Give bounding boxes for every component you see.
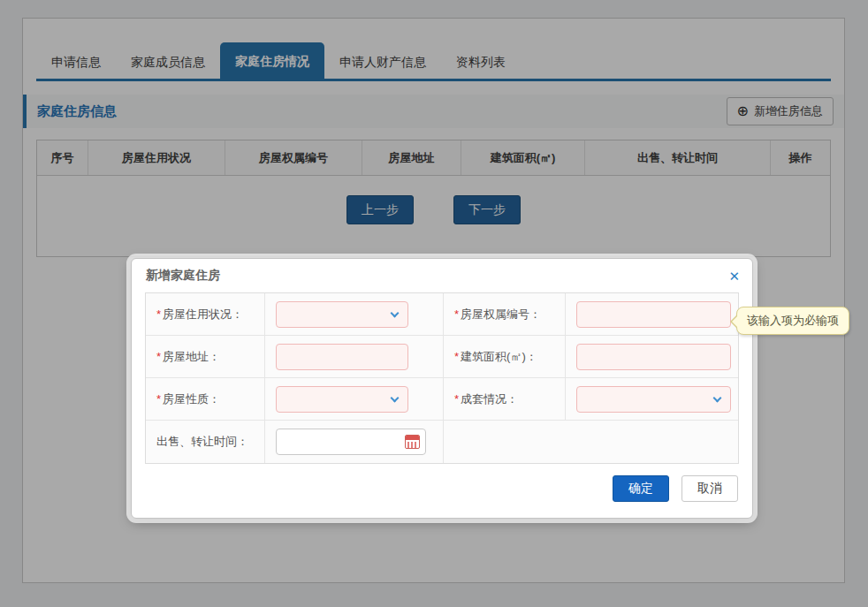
required-mark: * — [156, 392, 161, 406]
property-type-select[interactable] — [276, 386, 408, 413]
empty-cell — [444, 421, 738, 463]
confirm-button[interactable]: 确定 — [613, 475, 669, 502]
address-label: * 房屋地址： — [146, 336, 265, 377]
usage-status-label: * 房屋住用状况： — [146, 293, 265, 335]
sale-transfer-time-label: 出售、转让时间： — [146, 421, 265, 463]
required-mark: * — [454, 307, 459, 321]
modal-header: 新增家庭住房 ✕ — [132, 259, 752, 292]
form-row-3: * 房屋性质： * 成套情况： — [146, 378, 738, 421]
complete-set-label: * 成套情况： — [444, 378, 566, 420]
usage-status-select[interactable] — [276, 301, 408, 328]
chevron-down-icon — [713, 393, 722, 402]
building-area-input[interactable] — [576, 344, 731, 370]
cancel-button[interactable]: 取消 — [681, 475, 738, 502]
chevron-down-icon — [391, 393, 400, 402]
form-row-2: * 房屋地址： * 建筑面积(㎡)： — [146, 336, 738, 378]
ownership-number-label: * 房屋权属编号： — [444, 293, 566, 335]
property-type-label: * 房屋性质： — [146, 378, 265, 420]
housing-form: * 房屋住用状况： * 房屋权属编号： * 房屋地址： — [145, 292, 739, 464]
add-housing-modal: 新增家庭住房 ✕ * 房屋住用状况： * 房屋权属编号： — [131, 258, 753, 519]
chevron-down-icon — [391, 308, 400, 317]
modal-title: 新增家庭住房 — [146, 268, 220, 284]
close-icon[interactable]: ✕ — [728, 269, 740, 283]
form-row-1: * 房屋住用状况： * 房屋权属编号： — [146, 293, 738, 336]
building-area-label: * 建筑面积(㎡)： — [444, 336, 566, 377]
calendar-icon[interactable] — [405, 435, 420, 449]
required-mark: * — [454, 392, 459, 406]
ownership-number-input[interactable] — [576, 301, 731, 328]
required-field-tooltip: 该输入项为必输项 — [736, 307, 849, 335]
required-mark: * — [156, 307, 161, 321]
required-mark: * — [454, 350, 459, 363]
modal-footer: 确定 取消 — [132, 475, 738, 502]
form-row-4: 出售、转让时间： — [146, 421, 738, 463]
sale-transfer-time-input[interactable] — [276, 429, 426, 455]
required-mark: * — [156, 350, 161, 363]
complete-set-select[interactable] — [576, 386, 731, 413]
address-input[interactable] — [276, 344, 408, 370]
